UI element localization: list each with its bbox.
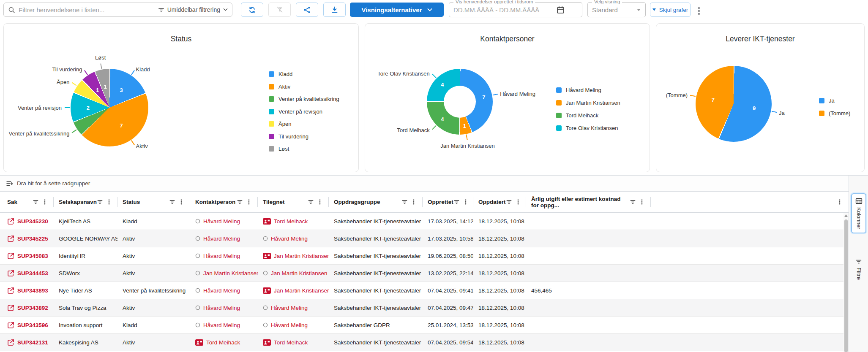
- filter-icon[interactable]: [506, 199, 512, 205]
- open-case-icon[interactable]: [7, 218, 14, 225]
- kontaktperson-link[interactable]: Håvard Meling: [203, 218, 240, 225]
- vertical-scrollbar[interactable]: [843, 213, 849, 352]
- table-row[interactable]: SUP345225GOOGLE NORWAY ASAktivHåvard Mel…: [0, 230, 843, 247]
- legend-item[interactable]: Aktiv: [269, 84, 339, 90]
- kontaktperson-link[interactable]: Håvard Meling: [203, 322, 240, 328]
- table-row[interactable]: SUP345083IdentityHRAktivHåvard MelingJan…: [0, 247, 843, 265]
- open-case-icon[interactable]: [7, 304, 14, 311]
- table-row[interactable]: SUP343596Invoation supportKladdHåvard Me…: [0, 317, 843, 334]
- clear-filter-button[interactable]: [268, 3, 291, 17]
- legend-item[interactable]: Åpen: [269, 121, 339, 127]
- filter-icon[interactable]: [33, 199, 39, 205]
- legend-item[interactable]: Tore Olav Kristiansen: [556, 125, 620, 131]
- refresh-button[interactable]: [241, 3, 263, 17]
- search-input[interactable]: [19, 6, 155, 14]
- filter-icon[interactable]: [630, 199, 636, 205]
- column-menu-icon[interactable]: [246, 199, 252, 205]
- legend-item[interactable]: Tord Meihack: [556, 112, 620, 119]
- tilegnet-link[interactable]: Jan Martin Kristiansen: [271, 270, 328, 276]
- case-link[interactable]: SUP344453: [17, 270, 48, 276]
- column-menu-icon[interactable]: [178, 199, 184, 205]
- scrollbar-thumb[interactable]: [844, 219, 848, 352]
- kontaktperson-link[interactable]: Jan Martin Kristiansen: [203, 270, 258, 276]
- legend-item[interactable]: Til vurdering: [269, 133, 339, 140]
- toolbar-menu-button[interactable]: [696, 5, 701, 16]
- kontaktperson-link[interactable]: Håvard Meling: [203, 236, 240, 242]
- table-row[interactable]: SUP343893Nye Tider ASVenter på kvalitets…: [0, 282, 843, 299]
- row-group-drop-zone[interactable]: Dra hit for å sette radgrupper: [0, 176, 849, 192]
- date-range-field[interactable]: Vis henvendelser opprettet i tidsrom: [449, 2, 582, 17]
- legend-item[interactable]: Løst: [269, 146, 339, 152]
- tilegnet-link[interactable]: Håvard Meling: [271, 236, 308, 242]
- instant-filter-dropdown[interactable]: Umiddelbar filtrering: [158, 6, 228, 13]
- view-select[interactable]: Velg visning Standard: [587, 2, 646, 17]
- filter-icon[interactable]: [308, 199, 314, 205]
- legend-item[interactable]: (Tomme): [819, 110, 850, 116]
- case-link[interactable]: SUP345225: [17, 236, 48, 242]
- column-menu-icon[interactable]: [317, 199, 323, 205]
- column-header-sak[interactable]: Sak: [0, 192, 54, 212]
- open-case-icon[interactable]: [7, 235, 14, 242]
- column-header-arlig[interactable]: Årlig utgift eller estimert kostnad for …: [526, 192, 651, 212]
- download-button[interactable]: [323, 3, 346, 17]
- case-link[interactable]: SUP342131: [17, 339, 48, 346]
- column-header-status[interactable]: Status: [117, 192, 190, 212]
- filter-icon[interactable]: [401, 199, 408, 205]
- kontaktperson-link[interactable]: Håvard Meling: [203, 287, 240, 294]
- tilegnet-link[interactable]: Tord Meihack: [274, 218, 308, 225]
- column-menu-icon[interactable]: [837, 199, 843, 205]
- column-menu-icon[interactable]: [639, 199, 645, 205]
- side-tab-filtre[interactable]: Filtre: [851, 255, 866, 283]
- tilegnet-link[interactable]: Håvard Meling: [271, 305, 308, 311]
- case-link[interactable]: SUP343892: [17, 305, 48, 311]
- table-row[interactable]: SUP345230KjellTech ASKladdHåvard MelingT…: [0, 213, 843, 230]
- legend-item[interactable]: Jan Martin Kristiansen: [556, 100, 620, 106]
- column-menu-icon[interactable]: [42, 199, 48, 205]
- legend-item[interactable]: Venter på revisjon: [269, 108, 339, 115]
- legend-item[interactable]: Kladd: [269, 71, 339, 77]
- case-link[interactable]: SUP345083: [17, 253, 48, 259]
- share-button[interactable]: [296, 3, 318, 17]
- legend-item[interactable]: Ja: [819, 97, 850, 104]
- table-row[interactable]: SUP344453SDWorxAktivJan Martin Kristians…: [0, 265, 843, 282]
- column-menu-icon[interactable]: [411, 199, 417, 205]
- open-case-icon[interactable]: [7, 322, 14, 329]
- search-box[interactable]: Umiddelbar filtrering: [3, 3, 232, 17]
- open-case-icon[interactable]: [7, 287, 14, 294]
- column-menu-icon[interactable]: [463, 199, 469, 205]
- legend-item[interactable]: Venter på kvalitetssikring: [269, 96, 339, 102]
- open-case-icon[interactable]: [7, 270, 14, 277]
- tilegnet-link[interactable]: Håvard Meling: [271, 322, 308, 328]
- column-menu-icon[interactable]: [515, 199, 521, 205]
- kontaktperson-link[interactable]: Håvard Meling: [203, 253, 240, 259]
- kontaktperson-link[interactable]: Tord Meihack: [206, 339, 240, 346]
- filter-icon[interactable]: [169, 199, 175, 205]
- kontaktperson-link[interactable]: Håvard Meling: [203, 305, 240, 311]
- legend-item[interactable]: Håvard Meling: [556, 87, 620, 93]
- case-link[interactable]: SUP345230: [17, 218, 48, 225]
- view-options-button[interactable]: Visningsalternativer: [350, 3, 444, 17]
- scroll-up-icon[interactable]: [844, 214, 848, 217]
- case-link[interactable]: SUP343893: [17, 287, 48, 294]
- date-range-input[interactable]: [453, 6, 553, 14]
- tilegnet-link[interactable]: Tord Meihack: [274, 339, 308, 346]
- table-row[interactable]: SUP343892Sola Trav og PizzaAktivHåvard M…: [0, 299, 843, 317]
- calendar-icon[interactable]: [557, 6, 565, 14]
- side-tab-kolonner[interactable]: Kolonner: [851, 193, 866, 233]
- tilegnet-link[interactable]: Jan Martin Kristiansen: [274, 287, 329, 294]
- open-case-icon[interactable]: [7, 252, 14, 260]
- filter-icon[interactable]: [97, 199, 103, 205]
- case-link[interactable]: SUP343596: [17, 322, 48, 328]
- table-row[interactable]: SUP342131Kakespising ASAktivTord Meihack…: [0, 334, 843, 351]
- open-case-icon[interactable]: [7, 339, 14, 346]
- column-header-tilegnet[interactable]: Tilegnet: [258, 192, 329, 212]
- tilegnet-link[interactable]: Jan Martin Kristiansen: [274, 253, 329, 259]
- column-menu-icon[interactable]: [106, 199, 112, 205]
- column-header-oppdatert[interactable]: Oppdatert: [473, 192, 526, 212]
- hide-charts-button[interactable]: Skjul grafer: [650, 3, 691, 17]
- column-header-selskapsnavn[interactable]: Selskapsnavn: [54, 192, 117, 212]
- column-header-opprettet[interactable]: Opprettet: [423, 192, 473, 212]
- column-header-oppdragsgruppe[interactable]: Oppdragsgruppe: [329, 192, 423, 212]
- filter-icon[interactable]: [453, 199, 460, 205]
- column-header-kontaktperson[interactable]: Kontaktperson: [190, 192, 258, 212]
